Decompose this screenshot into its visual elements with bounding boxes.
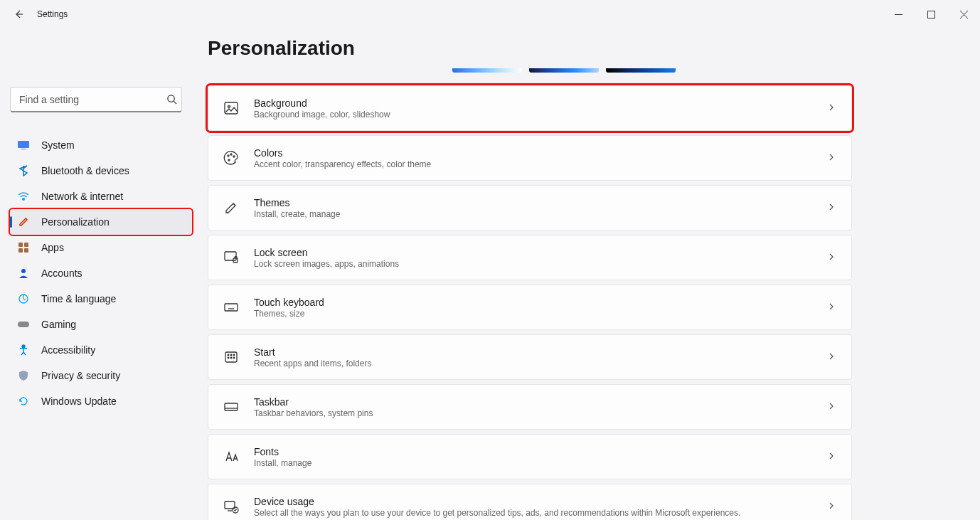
- card-touch-keyboard[interactable]: Touch keyboard Themes, size: [208, 285, 852, 330]
- svg-rect-15: [18, 322, 29, 327]
- svg-point-21: [233, 156, 235, 157]
- sidebar-item-privacy[interactable]: Privacy & security: [10, 363, 192, 388]
- card-start[interactable]: Start Recent apps and items, folders: [208, 334, 852, 380]
- titlebar: Settings: [0, 0, 980, 28]
- card-device-usage[interactable]: Device usage Select all the ways you pla…: [208, 484, 852, 520]
- card-title: Fonts: [254, 446, 813, 457]
- svg-rect-7: [21, 149, 26, 149]
- card-subtitle: Lock screen images, apps, animations: [254, 259, 813, 269]
- card-subtitle: Background image, color, slideshow: [254, 110, 813, 120]
- svg-rect-23: [225, 252, 236, 260]
- gamepad-icon: [17, 318, 30, 331]
- close-icon: [960, 11, 968, 18]
- sidebar-item-label: System: [41, 139, 75, 151]
- svg-rect-10: [24, 243, 28, 247]
- card-lock-screen[interactable]: Lock screen Lock screen images, apps, an…: [208, 235, 852, 280]
- card-title: Device usage: [254, 496, 813, 507]
- fonts-icon: [223, 448, 240, 465]
- apps-icon: [17, 241, 30, 254]
- sidebar-item-bluetooth[interactable]: Bluetooth & devices: [10, 158, 192, 184]
- chevron-right-icon: [827, 103, 837, 113]
- svg-rect-11: [18, 248, 23, 253]
- chevron-right-icon: [827, 153, 837, 163]
- close-button[interactable]: [947, 0, 980, 28]
- card-title: Start: [254, 346, 813, 358]
- svg-point-16: [22, 345, 25, 348]
- card-title: Colors: [254, 147, 813, 159]
- card-themes[interactable]: Themes Install, create, manage: [208, 185, 852, 230]
- person-icon: [17, 267, 30, 280]
- card-title: Background: [254, 97, 813, 109]
- svg-point-19: [228, 155, 229, 156]
- svg-point-35: [233, 354, 235, 356]
- sidebar-item-windows-update[interactable]: Windows Update: [10, 388, 192, 414]
- svg-rect-39: [225, 403, 238, 410]
- card-taskbar[interactable]: Taskbar Taskbar behaviors, system pins: [208, 384, 852, 430]
- sidebar-item-label: Privacy & security: [41, 370, 120, 381]
- globe-clock-icon: [17, 292, 30, 305]
- back-button[interactable]: [11, 7, 26, 21]
- sidebar-item-network[interactable]: Network & internet: [10, 184, 192, 209]
- theme-thumb[interactable]: [452, 68, 522, 73]
- svg-point-37: [230, 357, 232, 359]
- brush-icon: [223, 199, 240, 216]
- sidebar-item-system[interactable]: System: [10, 132, 192, 158]
- sidebar-item-label: Gaming: [41, 319, 76, 330]
- svg-rect-9: [18, 243, 23, 247]
- theme-thumb[interactable]: [529, 68, 599, 73]
- card-title: Lock screen: [254, 247, 813, 258]
- sidebar: System Bluetooth & devices Network & int…: [0, 28, 199, 520]
- paintbrush-icon: [17, 216, 30, 228]
- card-colors[interactable]: Colors Accent color, transparency effect…: [208, 135, 852, 181]
- svg-point-20: [230, 154, 232, 155]
- svg-point-18: [228, 106, 230, 108]
- chevron-right-icon: [827, 253, 837, 262]
- sidebar-item-gaming[interactable]: Gaming: [10, 312, 192, 337]
- svg-point-13: [21, 269, 26, 273]
- card-subtitle: Themes, size: [254, 309, 813, 319]
- sidebar-item-label: Time & language: [41, 293, 116, 304]
- sidebar-item-apps[interactable]: Apps: [10, 235, 192, 260]
- keyboard-icon: [223, 299, 240, 316]
- taskbar-icon: [223, 398, 240, 415]
- svg-point-34: [230, 354, 232, 356]
- svg-rect-12: [24, 248, 28, 253]
- chevron-right-icon: [827, 452, 837, 462]
- sidebar-item-accessibility[interactable]: Accessibility: [10, 337, 192, 363]
- svg-point-22: [228, 159, 230, 161]
- card-background[interactable]: Background Background image, color, slid…: [208, 85, 852, 131]
- theme-thumb[interactable]: [606, 68, 676, 73]
- sidebar-item-time-language[interactable]: Time & language: [10, 286, 192, 312]
- chevron-right-icon: [827, 502, 837, 511]
- card-subtitle: Select all the ways you plan to use your…: [254, 508, 813, 518]
- content-area: Personalization Background Background im…: [199, 28, 980, 520]
- chevron-right-icon: [827, 302, 837, 312]
- sidebar-item-label: Bluetooth & devices: [41, 165, 129, 176]
- sidebar-item-personalization[interactable]: Personalization: [10, 209, 192, 235]
- svg-rect-41: [225, 502, 235, 509]
- card-title: Touch keyboard: [254, 297, 813, 308]
- maximize-button[interactable]: [915, 0, 947, 28]
- card-subtitle: Accent color, transparency effects, colo…: [254, 159, 813, 169]
- search-input[interactable]: [10, 87, 182, 112]
- lock-monitor-icon: [223, 249, 240, 266]
- start-grid-icon: [223, 349, 240, 366]
- chevron-right-icon: [827, 402, 837, 412]
- shield-icon: [17, 369, 30, 382]
- card-fonts[interactable]: Fonts Install, manage: [208, 434, 852, 479]
- palette-icon: [223, 149, 240, 166]
- card-title: Taskbar: [254, 396, 813, 408]
- card-subtitle: Recent apps and items, folders: [254, 359, 813, 368]
- search-icon: [166, 94, 178, 105]
- card-title: Themes: [254, 197, 813, 208]
- minimize-button[interactable]: [882, 0, 915, 28]
- maximize-icon: [927, 11, 935, 18]
- minimize-icon: [895, 11, 902, 18]
- svg-point-4: [168, 95, 174, 102]
- bluetooth-icon: [17, 164, 30, 177]
- chevron-right-icon: [827, 352, 837, 362]
- wifi-icon: [17, 190, 30, 203]
- image-icon: [223, 100, 240, 117]
- svg-point-8: [23, 198, 25, 201]
- sidebar-item-accounts[interactable]: Accounts: [10, 260, 192, 286]
